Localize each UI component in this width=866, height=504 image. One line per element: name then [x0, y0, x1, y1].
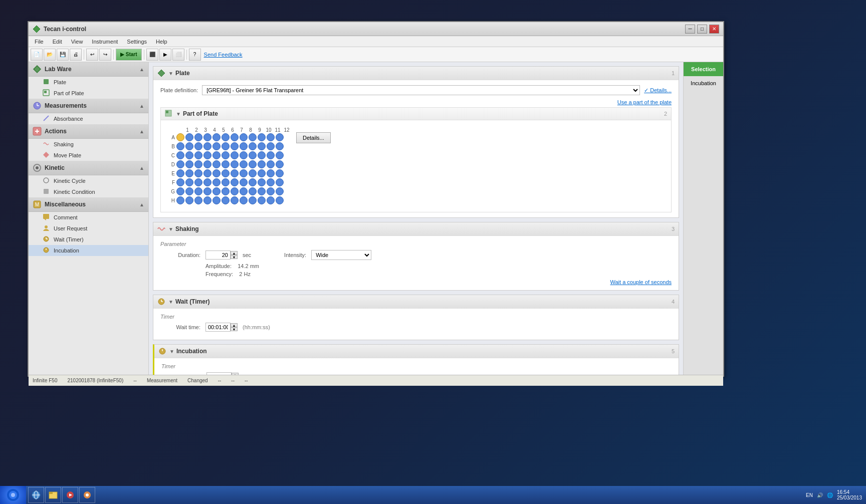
well-H10[interactable] [258, 196, 266, 204]
well-C9[interactable] [249, 151, 257, 159]
well-E6[interactable] [222, 169, 230, 177]
well-A5[interactable] [212, 133, 221, 141]
start-button[interactable]: ▶ Start [116, 49, 142, 61]
well-D11[interactable] [267, 160, 275, 168]
well-C2[interactable] [185, 151, 193, 159]
tab-selection[interactable]: Selection [684, 62, 723, 76]
well-F9[interactable] [249, 178, 257, 186]
well-B3[interactable] [194, 142, 202, 150]
well-B7[interactable] [231, 142, 239, 150]
part-collapse-arrow[interactable]: ▼ [176, 111, 181, 117]
well-E9[interactable] [249, 169, 257, 177]
sidebar-item-kinetic-cycle[interactable]: Kinetic Cycle [29, 175, 148, 186]
toolbar-undo[interactable]: ↩ [86, 49, 98, 61]
sidebar-item-plate[interactable]: Plate [29, 77, 148, 88]
toolbar-open[interactable]: 📂 [44, 49, 56, 61]
plate-collapse-arrow[interactable]: ▼ [168, 71, 173, 76]
well-E11[interactable] [267, 169, 275, 177]
well-E1[interactable] [176, 169, 184, 177]
well-H5[interactable] [212, 196, 221, 204]
well-D2[interactable] [185, 160, 193, 168]
toolbar-help[interactable]: ? [189, 49, 201, 61]
incubation-collapse-arrow[interactable]: ▼ [169, 349, 174, 354]
well-D6[interactable] [222, 160, 230, 168]
well-E12[interactable] [276, 169, 284, 177]
well-A10[interactable] [258, 133, 266, 141]
well-G8[interactable] [240, 187, 248, 195]
well-G4[interactable] [203, 187, 211, 195]
well-G12[interactable] [276, 187, 284, 195]
well-F2[interactable] [185, 178, 193, 186]
wait-collapse-arrow[interactable]: ▼ [168, 299, 173, 305]
well-G6[interactable] [222, 187, 230, 195]
well-H6[interactable] [222, 196, 230, 204]
sidebar-item-comment[interactable]: Comment [29, 212, 148, 223]
well-H4[interactable] [203, 196, 211, 204]
wait-couple-link[interactable]: Wait a couple of seconds [160, 279, 672, 285]
well-C8[interactable] [240, 151, 248, 159]
well-F12[interactable] [276, 178, 284, 186]
sidebar-item-user-request[interactable]: User Request [29, 223, 148, 234]
well-F10[interactable] [258, 178, 266, 186]
well-C11[interactable] [267, 151, 275, 159]
well-C6[interactable] [222, 151, 230, 159]
well-E5[interactable] [212, 169, 221, 177]
well-B10[interactable] [258, 142, 266, 150]
well-B4[interactable] [203, 142, 211, 150]
well-A1[interactable] [176, 133, 184, 141]
well-A8[interactable] [240, 133, 248, 141]
toolbar-btn3[interactable]: ⬜ [172, 49, 184, 61]
duration-input[interactable] [205, 250, 231, 260]
well-F7[interactable] [231, 178, 239, 186]
menu-settings[interactable]: Settings [123, 38, 151, 46]
well-G10[interactable] [258, 187, 266, 195]
well-F8[interactable] [240, 178, 248, 186]
well-H2[interactable] [185, 196, 193, 204]
send-feedback-link[interactable]: Send Feedback [204, 52, 243, 58]
well-D3[interactable] [194, 160, 202, 168]
well-A12[interactable] [276, 133, 284, 141]
well-B2[interactable] [185, 142, 193, 150]
sidebar-header-kinetic[interactable]: Kinetic ▲ [29, 161, 148, 175]
start-orb[interactable] [0, 486, 26, 504]
well-F6[interactable] [222, 178, 230, 186]
toolbar-btn2[interactable]: ▶ [159, 49, 171, 61]
well-D8[interactable] [240, 160, 248, 168]
well-E3[interactable] [194, 169, 202, 177]
well-D5[interactable] [212, 160, 221, 168]
well-C3[interactable] [194, 151, 202, 159]
well-F4[interactable] [203, 178, 211, 186]
well-C1[interactable] [176, 151, 184, 159]
tab-incubation[interactable]: Incubation [684, 76, 723, 90]
well-H8[interactable] [240, 196, 248, 204]
menu-edit[interactable]: Edit [49, 38, 66, 46]
plate-details-link[interactable]: ✓ Details... [644, 87, 672, 94]
sidebar-item-incubation[interactable]: Incubation [29, 245, 148, 256]
well-G2[interactable] [185, 187, 193, 195]
well-H3[interactable] [194, 196, 202, 204]
toolbar-btn1[interactable]: ⬛ [146, 49, 158, 61]
well-C12[interactable] [276, 151, 284, 159]
use-part-link[interactable]: Use a part of the plate [160, 99, 672, 105]
incubation-time-input[interactable] [206, 372, 232, 375]
toolbar-save[interactable]: 💾 [57, 49, 69, 61]
well-F1[interactable] [176, 178, 184, 186]
well-C7[interactable] [231, 151, 239, 159]
sidebar-item-wait-timer[interactable]: Wait (Timer) [29, 234, 148, 245]
well-C4[interactable] [203, 151, 211, 159]
duration-down[interactable]: ▼ [231, 255, 238, 259]
sidebar-item-part-of-plate[interactable]: Part of Plate [29, 88, 148, 99]
well-B12[interactable] [276, 142, 284, 150]
restore-button[interactable]: □ [697, 25, 707, 34]
wait-up[interactable]: ▲ [231, 323, 238, 327]
well-C5[interactable] [212, 151, 221, 159]
well-H11[interactable] [267, 196, 275, 204]
well-G1[interactable] [176, 187, 184, 195]
well-G7[interactable] [231, 187, 239, 195]
well-D9[interactable] [249, 160, 257, 168]
well-A3[interactable] [194, 133, 202, 141]
well-E8[interactable] [240, 169, 248, 177]
well-D4[interactable] [203, 160, 211, 168]
well-A6[interactable] [222, 133, 230, 141]
well-A4[interactable] [203, 133, 211, 141]
